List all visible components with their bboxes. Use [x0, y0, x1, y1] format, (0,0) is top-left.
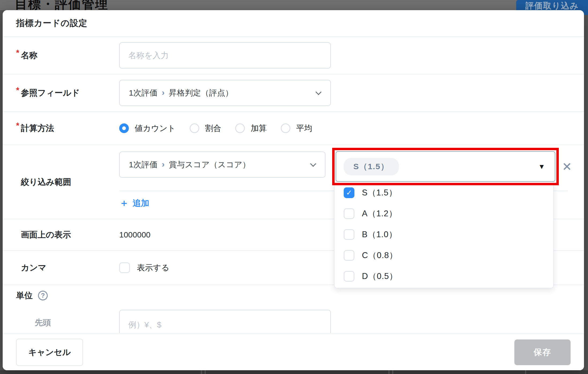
reference-field-select[interactable]: 1次評価 › 昇格判定（評点）: [119, 80, 331, 106]
comma-show-checkbox[interactable]: 表示する: [119, 262, 169, 273]
background-page-header: 目標・評価管理: [0, 0, 588, 10]
modal-header: 指標カードの設定: [3, 10, 584, 37]
radio-unselected-icon: [281, 123, 290, 133]
display-value-label: 画面上の表示: [16, 229, 119, 240]
calc-method-row: * 計算方法 値カウント 割合 加算 平均: [3, 112, 584, 145]
reference-path-group: 1次評価: [129, 88, 158, 99]
table-gridline: [201, 370, 202, 374]
name-label: * 名称: [16, 50, 119, 61]
reference-field-row: * 参照フィールド 1次評価 › 昇格判定（評点）: [3, 74, 584, 112]
radio-option-sum[interactable]: 加算: [235, 123, 267, 134]
table-gridline: [392, 370, 393, 374]
checkbox-unchecked-icon: [344, 208, 354, 219]
help-icon[interactable]: ?: [38, 291, 48, 300]
chevron-right-icon: ›: [162, 159, 165, 169]
filter-path-field: 賞与スコア（スコア）: [169, 159, 250, 170]
background-table-edge: [0, 370, 588, 374]
import-evaluations-label: 評価取り込み: [525, 0, 579, 12]
radio-unselected-icon: [190, 123, 199, 133]
radio-option-average[interactable]: 平均: [281, 123, 312, 134]
filter-range-label: 絞り込み範囲: [16, 176, 119, 188]
unit-header: 単位 ?: [16, 290, 48, 301]
modal-footer: キャンセル 保存: [3, 334, 584, 370]
save-button[interactable]: 保存: [514, 339, 571, 365]
unit-label: 単位: [16, 290, 33, 301]
remove-filter-icon[interactable]: ✕: [562, 151, 572, 182]
name-field-row: * 名称: [3, 37, 584, 74]
chevron-down-icon: [316, 89, 322, 95]
radio-option-ratio[interactable]: 割合: [190, 123, 221, 134]
table-gridline: [525, 370, 526, 374]
prefix-input[interactable]: [119, 310, 331, 333]
dropdown-option-d[interactable]: D（0.5）: [335, 266, 553, 287]
filter-path-group: 1次評価: [129, 159, 158, 170]
selected-value-tag: S（1.5）: [344, 158, 399, 175]
cancel-button[interactable]: キャンセル: [16, 339, 83, 366]
dropdown-option-s[interactable]: ✓ S（1.5）: [335, 182, 553, 203]
prefix-label: 先頭: [35, 317, 51, 328]
table-gridline: [205, 370, 206, 374]
radio-selected-icon: [119, 123, 129, 133]
add-filter-button[interactable]: ＋ 追加: [119, 197, 149, 210]
calc-method-label: * 計算方法: [16, 123, 119, 134]
chevron-right-icon: ›: [162, 88, 165, 97]
checkbox-checked-icon: ✓: [344, 187, 354, 198]
display-value: 1000000: [119, 230, 151, 239]
checkbox-unchecked-icon: [344, 229, 354, 240]
checkbox-unchecked-icon: [344, 271, 354, 282]
table-gridline: [388, 370, 389, 374]
caret-down-icon: ▼: [538, 163, 545, 171]
filter-value-dropdown: ✓ S（1.5） A（1.2） B（1.0） C（0.8） D（0.5）: [334, 181, 554, 288]
required-asterisk: *: [16, 86, 19, 95]
unit-row: 単位 ? 先頭: [3, 285, 584, 333]
filter-field-select[interactable]: 1次評価 › 賞与スコア（スコア）: [119, 152, 325, 178]
required-asterisk: *: [16, 121, 19, 131]
modal-title: 指標カードの設定: [16, 17, 87, 29]
chevron-down-icon: [310, 161, 316, 167]
checkbox-unchecked-icon: [119, 262, 130, 273]
reference-field-label: * 参照フィールド: [16, 87, 119, 99]
checkbox-unchecked-icon: [344, 250, 354, 261]
radio-option-value-count[interactable]: 値カウント: [119, 123, 176, 134]
filter-value-multiselect[interactable]: S（1.5） ▼: [336, 151, 555, 182]
calc-method-radio-group: 値カウント 割合 加算 平均: [119, 123, 312, 134]
indicator-card-settings-modal: 指標カードの設定 * 名称 * 参照フィールド 1次評価 › 昇格判定（評点） …: [3, 10, 584, 370]
dropdown-option-a[interactable]: A（1.2）: [335, 203, 553, 224]
radio-unselected-icon: [235, 123, 245, 133]
required-asterisk: *: [16, 48, 19, 58]
name-input[interactable]: [119, 42, 331, 69]
dropdown-option-c[interactable]: C（0.8）: [335, 245, 553, 266]
comma-label: カンマ: [16, 262, 119, 273]
plus-icon: ＋: [119, 197, 129, 210]
dropdown-option-b[interactable]: B（1.0）: [335, 224, 553, 245]
reference-path-field: 昇格判定（評点）: [169, 88, 233, 99]
